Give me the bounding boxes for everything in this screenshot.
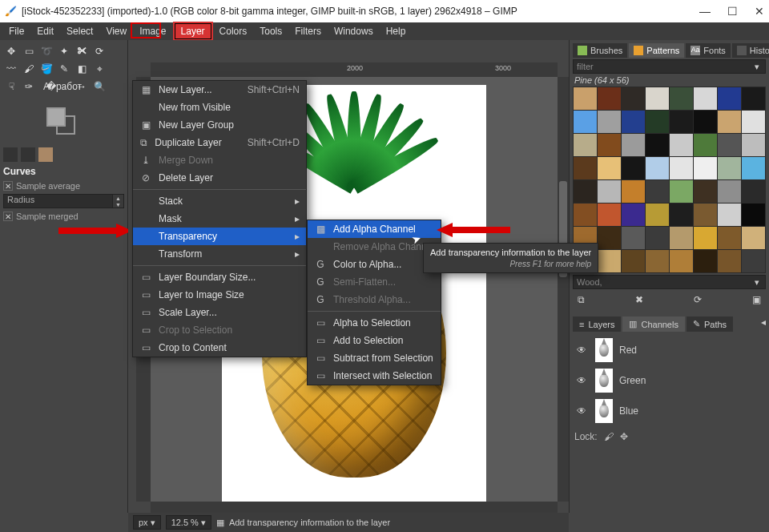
pattern-swatch[interactable]	[742, 111, 765, 133]
tool-warp-icon[interactable]: 〰	[3, 61, 19, 77]
pattern-swatch[interactable]	[670, 111, 693, 133]
tab-channels[interactable]: ▥Channels	[622, 316, 684, 332]
pattern-swatch[interactable]	[718, 250, 741, 272]
menu-select[interactable]: Select	[60, 23, 99, 39]
undo-history-tab-icon[interactable]	[38, 147, 53, 162]
tool-fuzzy-select-icon[interactable]: ✦	[56, 43, 72, 59]
transparency-menu-item[interactable]: ▭Add to Selection	[308, 332, 441, 349]
pattern-swatch[interactable]	[670, 87, 693, 110]
pattern-swatch[interactable]	[622, 87, 645, 110]
pattern-swatch[interactable]	[598, 111, 621, 133]
tool-eraser-icon[interactable]: ◧	[74, 61, 90, 77]
dropdown-chevron-icon[interactable]: ▾	[751, 276, 763, 288]
layer-menu-item[interactable]: ▦New Layer...Shift+Ctrl+N	[133, 81, 306, 99]
pattern-swatch[interactable]	[718, 134, 741, 156]
channel-row-red[interactable]: 👁 Red	[573, 335, 766, 365]
layer-menu-item[interactable]: Mask▸	[133, 210, 306, 228]
tool-measure-icon[interactable]: ↔	[74, 79, 90, 95]
channel-row-green[interactable]: 👁 Green	[573, 365, 766, 396]
pattern-swatch[interactable]	[742, 180, 765, 203]
pattern-swatch[interactable]	[646, 134, 669, 156]
status-zoom-selector[interactable]: 12.5 %▾	[166, 515, 211, 530]
pattern-swatch[interactable]	[598, 134, 621, 156]
layer-menu-item[interactable]: ⊘Delete Layer	[133, 169, 306, 187]
foreground-color-swatch[interactable]	[46, 107, 66, 127]
pattern-swatch[interactable]	[598, 87, 621, 110]
tool-free-select-icon[interactable]: ➰	[38, 43, 54, 59]
canvas-scrollbar-vertical[interactable]	[558, 77, 569, 502]
tool-pencil-icon[interactable]: ✎	[56, 61, 72, 77]
menu-view[interactable]: View	[99, 23, 133, 39]
pattern-swatch[interactable]	[742, 204, 765, 226]
pattern-swatch[interactable]	[670, 134, 693, 156]
pattern-swatch[interactable]	[694, 87, 717, 110]
window-maximize-button[interactable]: ☐	[727, 6, 737, 16]
tool-rect-select-icon[interactable]: ▭	[21, 43, 37, 59]
radius-field[interactable]: Radius ▲▼	[3, 194, 124, 208]
pattern-swatch[interactable]	[694, 111, 717, 133]
tool-path-icon[interactable]: ✑	[21, 79, 37, 95]
pattern-swatch[interactable]	[598, 227, 621, 249]
pattern-swatch[interactable]	[670, 227, 693, 249]
pattern-swatch[interactable]	[574, 204, 597, 226]
pattern-swatch[interactable]	[598, 157, 621, 179]
pattern-swatch[interactable]	[694, 204, 717, 226]
menu-help[interactable]: Help	[380, 23, 413, 39]
pattern-swatch[interactable]	[742, 134, 765, 156]
channel-row-blue[interactable]: 👁 Blue	[573, 396, 766, 426]
window-close-button[interactable]: ✕	[755, 6, 764, 16]
filter-dropdown-icon[interactable]: ▾	[751, 60, 763, 73]
pattern-swatch[interactable]	[718, 180, 741, 203]
layer-menu-item[interactable]: ▭Crop to Content	[133, 339, 306, 357]
tool-picker-icon[interactable]: �работ	[56, 79, 72, 95]
tool-options-tab-icon[interactable]	[3, 147, 18, 162]
pattern-swatch[interactable]	[622, 157, 645, 179]
layer-menu-item[interactable]: ▣New Layer Group	[133, 116, 306, 134]
tab-layers[interactable]: ≡Layers	[573, 316, 621, 332]
lock-position-icon[interactable]: ✥	[620, 431, 628, 442]
pattern-swatch[interactable]	[694, 157, 717, 179]
tool-crop-icon[interactable]: ✀	[74, 43, 90, 59]
pattern-swatch[interactable]	[574, 157, 597, 179]
layer-menu-item[interactable]: Stack▸	[133, 192, 306, 210]
pattern-swatch[interactable]	[718, 87, 741, 110]
lock-pixels-icon[interactable]: 🖌	[604, 431, 614, 442]
pattern-swatch[interactable]	[694, 250, 717, 272]
pattern-open-button[interactable]: ▣	[752, 294, 761, 305]
color-swatches[interactable]	[40, 107, 88, 136]
tab-fonts[interactable]: AaFonts	[686, 43, 731, 58]
tool-move-icon[interactable]: ✥	[3, 43, 19, 59]
tab-patterns[interactable]: Patterns	[629, 43, 684, 58]
pattern-swatch[interactable]	[646, 180, 669, 203]
pattern-swatch[interactable]	[622, 180, 645, 203]
tool-rotate-icon[interactable]: ⟳	[91, 43, 107, 59]
menu-windows[interactable]: Windows	[328, 23, 380, 39]
layer-menu-item[interactable]: ⧉Duplicate LayerShift+Ctrl+D	[133, 134, 306, 151]
menu-tools[interactable]: Tools	[253, 23, 288, 39]
pattern-delete-button[interactable]: ✖	[635, 294, 643, 305]
tab-brushes[interactable]: Brushes	[573, 43, 627, 58]
layer-menu-item[interactable]: ▭Scale Layer...	[133, 304, 306, 321]
tool-bucket-icon[interactable]: 🪣	[38, 61, 54, 77]
menu-edit[interactable]: Edit	[30, 23, 60, 39]
pattern-swatch[interactable]	[718, 111, 741, 133]
pattern-swatch[interactable]	[646, 157, 669, 179]
visibility-toggle-icon[interactable]: 👁	[574, 405, 589, 417]
tab-history[interactable]: History	[732, 43, 769, 58]
pattern-swatch[interactable]	[574, 180, 597, 203]
transparency-menu-item[interactable]: ▭Intersect with Selection	[308, 367, 441, 385]
sample-average-checkbox[interactable]: ✕	[3, 181, 13, 191]
menu-image[interactable]: Image	[133, 23, 172, 39]
layer-menu-item[interactable]: New from Visible	[133, 99, 306, 116]
menu-layer[interactable]: Layer	[173, 22, 213, 41]
visibility-toggle-icon[interactable]: 👁	[574, 375, 589, 386]
pattern-swatch[interactable]	[646, 250, 669, 272]
pattern-filter-input[interactable]: filter ▾	[573, 59, 766, 74]
tool-clone-icon[interactable]: ⌖	[91, 61, 107, 77]
pattern-swatch[interactable]	[670, 180, 693, 203]
pattern-swatch[interactable]	[742, 250, 765, 272]
radius-spin-down[interactable]: ▼	[112, 201, 123, 208]
canvas-scrollbar-horizontal[interactable]	[151, 502, 558, 513]
layer-menu-item[interactable]: ▭Layer to Image Size	[133, 286, 306, 304]
tab-paths[interactable]: ✎Paths	[686, 316, 733, 332]
